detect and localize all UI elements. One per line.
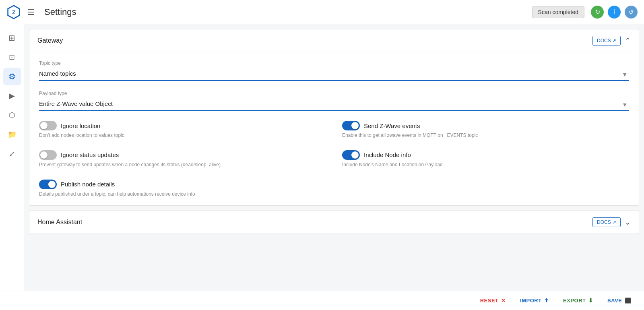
topic-type-field: Topic type Named topics Numeric IDs Cust… <box>39 60 629 81</box>
bottom-toolbar: RESET ✕ IMPORT ⬆ EXPORT ⬇ SAVE ⬛ <box>0 291 644 310</box>
ignore-location-toggle[interactable] <box>39 121 57 130</box>
sidebar-item-settings[interactable]: ⚙ <box>3 68 21 85</box>
send-zwave-events-track <box>342 121 360 130</box>
toggle-publish-node-details: Publish node details Details published u… <box>39 180 326 198</box>
sidebar-item-plugins[interactable]: ⬡ <box>3 106 21 124</box>
import-button[interactable]: IMPORT ⬆ <box>517 296 552 305</box>
send-zwave-events-label: Send Z-Wave events <box>364 122 420 129</box>
refresh-button[interactable]: ↻ <box>591 6 604 19</box>
include-node-info-toggle[interactable] <box>342 150 360 160</box>
home-assistant-section: Home Assistant DOCS ↗ ⌄ <box>29 211 639 234</box>
toggle-send-zwave-events: Send Z-Wave events Enable this to get al… <box>342 121 629 139</box>
topic-type-label: Topic type <box>39 60 629 66</box>
include-node-info-thumb <box>351 151 359 159</box>
history-icon: ↺ <box>629 9 634 15</box>
send-zwave-events-toggle[interactable] <box>342 121 360 130</box>
payload-type-select[interactable]: Entire Z-Wave value Object Single value … <box>39 99 629 109</box>
toggle-ignore-status-updates-row: Ignore status updates <box>39 150 326 160</box>
home-assistant-header-actions: DOCS ↗ ⌄ <box>592 217 631 227</box>
export-button[interactable]: EXPORT ⬇ <box>560 296 596 305</box>
info-button[interactable]: i <box>608 6 621 19</box>
header-icons: ↻ i ↺ <box>591 6 638 19</box>
publish-node-details-label: Publish node details <box>61 181 115 188</box>
ignore-location-thumb <box>40 122 47 129</box>
publish-node-details-track <box>39 180 57 189</box>
ignore-location-track <box>39 121 57 130</box>
publish-node-details-toggle[interactable] <box>39 180 57 189</box>
dashboard-icon: ⊞ <box>8 33 15 43</box>
svg-text:Z: Z <box>12 10 15 15</box>
ignore-location-label: Ignore location <box>61 122 100 129</box>
home-assistant-title: Home Assistant <box>37 219 82 226</box>
gateway-docs-button[interactable]: DOCS ↗ <box>592 36 621 45</box>
reset-icon: ✕ <box>501 298 506 304</box>
import-label: IMPORT <box>520 298 542 304</box>
info-icon: i <box>613 8 615 16</box>
payload-type-label: Payload type <box>39 91 629 96</box>
toggle-ignore-location-row: Ignore location <box>39 121 326 130</box>
home-assistant-docs-button[interactable]: DOCS ↗ <box>592 217 621 227</box>
save-icon: ⬛ <box>625 298 632 304</box>
sidebar: ⊞ ⊡ ⚙ ▶ ⬡ 📁 ⤢ <box>0 24 24 291</box>
toggle-publish-node-details-row: Publish node details <box>39 180 326 189</box>
scan-completed-button[interactable]: Scan completed <box>532 6 584 18</box>
import-icon: ⬆ <box>544 298 549 304</box>
toggle-include-node-info-row: Include Node info <box>342 150 629 160</box>
page-title: Settings <box>44 7 526 17</box>
ignore-location-desc: Don't add nodes location to values topic <box>39 132 326 139</box>
export-icon: ⬇ <box>588 298 593 304</box>
share-icon: ⤢ <box>9 149 15 158</box>
export-label: EXPORT <box>563 298 586 304</box>
gateway-header-actions: DOCS ↗ ⌃ <box>592 36 631 45</box>
ignore-status-updates-thumb <box>40 151 47 159</box>
files-icon: 📁 <box>8 130 17 139</box>
home-assistant-collapse-button[interactable]: ⌄ <box>625 218 631 227</box>
reset-button[interactable]: RESET ✕ <box>477 296 509 305</box>
history-button[interactable]: ↺ <box>625 6 638 19</box>
sidebar-item-files[interactable]: 📁 <box>3 126 21 143</box>
send-zwave-events-desc: Enable this to get all zwave events in M… <box>342 132 629 139</box>
settings-icon: ⚙ <box>8 72 16 81</box>
gateway-section-header: Gateway DOCS ↗ ⌃ <box>29 29 639 52</box>
sidebar-item-share[interactable]: ⤢ <box>3 145 21 163</box>
main-content: Gateway DOCS ↗ ⌃ Topic type Named topics… <box>24 24 644 291</box>
gateway-collapse-button[interactable]: ⌃ <box>625 36 631 45</box>
gateway-section: Gateway DOCS ↗ ⌃ Topic type Named topics… <box>29 29 639 206</box>
gateway-section-body: Topic type Named topics Numeric IDs Cust… <box>29 52 639 205</box>
media-icon: ▶ <box>9 91 15 100</box>
toggle-ignore-location: Ignore location Don't add nodes location… <box>39 121 326 139</box>
menu-icon[interactable]: ☰ <box>27 7 35 17</box>
sidebar-item-media[interactable]: ▶ <box>3 87 21 105</box>
toggles-grid: Ignore location Don't add nodes location… <box>39 121 629 197</box>
publish-node-details-thumb <box>48 181 56 188</box>
ignore-status-updates-desc: Prevent gateway to send updates when a n… <box>39 161 326 168</box>
topic-type-wrapper: Named topics Numeric IDs Custom ▼ <box>39 68 629 81</box>
payload-type-field: Payload type Entire Z-Wave value Object … <box>39 91 629 111</box>
include-node-info-track <box>342 150 360 160</box>
sidebar-item-dashboard[interactable]: ⊞ <box>3 29 21 47</box>
topic-type-select[interactable]: Named topics Numeric IDs Custom <box>39 68 629 79</box>
payload-type-wrapper: Entire Z-Wave value Object Single value … <box>39 99 629 111</box>
toggle-include-node-info: Include Node info Include Node's Name an… <box>342 150 629 168</box>
layout: ⊞ ⊡ ⚙ ▶ ⬡ 📁 ⤢ Gateway DOCS ↗ ⌃ <box>0 24 644 291</box>
ignore-status-updates-label: Ignore status updates <box>61 151 119 158</box>
home-assistant-section-header: Home Assistant DOCS ↗ ⌄ <box>29 211 639 234</box>
include-node-info-label: Include Node info <box>364 151 411 158</box>
sidebar-item-devices[interactable]: ⊡ <box>3 48 21 66</box>
toggle-send-zwave-events-row: Send Z-Wave events <box>342 121 629 130</box>
ignore-status-updates-toggle[interactable] <box>39 150 57 160</box>
devices-icon: ⊡ <box>9 53 15 62</box>
send-zwave-events-thumb <box>351 122 359 129</box>
save-button[interactable]: SAVE ⬛ <box>604 296 634 305</box>
refresh-icon: ↻ <box>595 8 600 16</box>
publish-node-details-desc: Details published under a topic, can hel… <box>39 191 326 198</box>
app-logo: Z <box>6 5 21 19</box>
plugins-icon: ⬡ <box>9 111 15 120</box>
reset-label: RESET <box>480 298 499 304</box>
ignore-status-updates-track <box>39 150 57 160</box>
include-node-info-desc: Include Node's Name and Location on Payl… <box>342 161 629 168</box>
save-label: SAVE <box>607 298 622 304</box>
gateway-title: Gateway <box>37 37 63 44</box>
toggle-ignore-status-updates: Ignore status updates Prevent gateway to… <box>39 150 326 168</box>
header: Z ☰ Settings Scan completed ↻ i ↺ <box>0 0 644 24</box>
